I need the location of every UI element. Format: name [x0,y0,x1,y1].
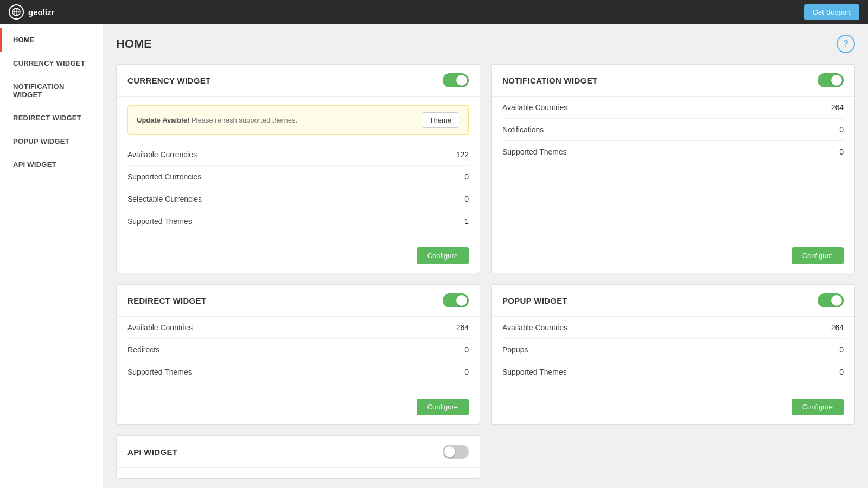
theme-button[interactable]: Theme [422,112,459,128]
stat-row: Notifications 0 [502,119,844,141]
stat-label: Notifications [502,125,544,134]
currency-widget-footer: Configure [117,241,480,273]
currency-widget-alert: Update Avaible! Please refresh supported… [127,105,469,135]
stat-label: Supported Themes [127,217,192,226]
stat-label: Available Countries [502,103,567,112]
sidebar-item-currency-widget[interactable]: CURRENCY WIDGET [0,52,103,75]
stat-label: Available Countries [502,323,567,332]
logo-text: geolizr [28,8,54,17]
sidebar: HOME CURRENCY WIDGET NOTIFICATION WIDGET… [0,24,103,488]
sidebar-item-redirect-widget[interactable]: REDIRECT WIDGET [0,106,103,130]
layout: HOME CURRENCY WIDGET NOTIFICATION WIDGET… [0,24,868,488]
page-title: HOME [116,37,152,51]
currency-widget-toggle[interactable] [443,73,469,87]
stat-row: Available Countries 264 [502,97,844,119]
stat-label: Supported Themes [502,368,567,376]
currency-widget-header: CURRENCY WIDGET [117,65,480,97]
api-widget-toggle[interactable] [443,445,469,459]
notification-widget-toggle-slider [818,73,844,87]
stat-value: 264 [831,103,844,112]
logo-icon [9,4,24,20]
stat-row: Supported Themes 0 [502,141,844,163]
stat-row: Supported Currencies 0 [127,166,469,188]
stat-row: Redirects 0 [127,339,469,361]
api-widget-toggle-slider [443,445,469,459]
notification-configure-button[interactable]: Configure [792,247,844,264]
stat-label: Available Countries [127,323,193,332]
popup-widget-title: POPUP WIDGET [502,296,567,305]
popup-widget-body: Available Countries 264 Popups 0 Support… [492,317,854,392]
stat-row: Selectable Currencies 0 [127,188,469,210]
stat-value: 0 [839,345,844,354]
currency-widget-card: CURRENCY WIDGET Update Avaible! Please r… [116,64,480,273]
notification-widget-body: Available Countries 264 Notifications 0 … [492,97,854,241]
currency-widget-toggle-slider [443,73,469,87]
currency-configure-button[interactable]: Configure [417,247,469,264]
alert-bold: Update Avaible! [137,116,189,124]
page-header: HOME ? [116,35,855,53]
redirect-widget-body: Available Countries 264 Redirects 0 Supp… [117,317,480,392]
stat-row: Supported Themes 0 [127,361,469,383]
stat-row: Popups 0 [502,339,844,361]
stat-label: Supported Currencies [127,172,201,181]
popup-widget-footer: Configure [492,392,854,424]
stat-value: 0 [839,125,844,134]
stat-value: 0 [464,195,469,203]
currency-widget-body: Update Avaible! Please refresh supported… [117,97,480,241]
alert-text: Update Avaible! Please refresh supported… [137,116,297,124]
stat-label: Redirects [127,345,159,354]
stat-row: Supported Themes 0 [502,361,844,383]
stat-value: 0 [839,368,844,376]
stat-value: 122 [456,150,469,159]
stat-value: 1 [464,217,469,226]
popup-widget-toggle-slider [818,293,844,307]
stat-value: 0 [464,172,469,181]
notification-widget-footer: Configure [492,241,854,273]
api-widget-card: API WIDGET [116,435,480,479]
stat-value: 0 [464,345,469,354]
stat-label: Supported Themes [127,368,192,376]
notification-widget-title: NOTIFICATION WIDGET [502,76,597,85]
stat-label: Available Currencies [127,150,197,159]
redirect-widget-header: REDIRECT WIDGET [117,285,480,317]
get-support-button[interactable]: Get Support [804,4,859,20]
redirect-widget-title: REDIRECT WIDGET [127,296,206,305]
redirect-widget-footer: Configure [117,392,480,424]
stat-value: 264 [456,323,469,332]
popup-widget-header: POPUP WIDGET [492,285,854,317]
sidebar-item-notification-widget[interactable]: NOTIFICATION WIDGET [0,75,103,106]
notification-widget-toggle[interactable] [818,73,844,87]
stat-row: Supported Themes 1 [127,210,469,232]
notification-widget-header: NOTIFICATION WIDGET [492,65,854,97]
notification-widget-card: NOTIFICATION WIDGET Available Countries … [491,64,855,273]
stat-row: Available Currencies 122 [127,144,469,166]
stat-value: 0 [839,147,844,156]
stat-label: Popups [502,345,528,354]
stat-row: Available Countries 264 [502,317,844,339]
sidebar-item-popup-widget[interactable]: POPUP WIDGET [0,130,103,153]
logo: geolizr [9,4,54,20]
api-widget-title: API WIDGET [127,447,177,457]
widget-grid: CURRENCY WIDGET Update Avaible! Please r… [116,64,855,479]
stat-label: Selectable Currencies [127,195,202,203]
popup-widget-card: POPUP WIDGET Available Countries 264 Pop… [491,284,855,425]
popup-configure-button[interactable]: Configure [792,399,844,415]
alert-normal: Please refresh supported themes. [192,116,297,124]
api-widget-header: API WIDGET [117,436,480,468]
stat-value: 0 [464,368,469,376]
redirect-configure-button[interactable]: Configure [417,399,469,415]
popup-widget-toggle[interactable] [818,293,844,307]
stat-label: Supported Themes [502,147,567,156]
sidebar-item-home[interactable]: HOME [0,28,103,52]
main-content: HOME ? CURRENCY WIDGET Update Avaible! [103,24,868,488]
redirect-widget-toggle[interactable] [443,293,469,307]
currency-widget-title: CURRENCY WIDGET [127,76,210,85]
sidebar-item-api-widget[interactable]: API WIDGET [0,153,103,176]
help-icon[interactable]: ? [837,35,855,53]
redirect-widget-toggle-slider [443,293,469,307]
redirect-widget-card: REDIRECT WIDGET Available Countries 264 … [116,284,480,425]
topbar: geolizr Get Support [0,0,868,24]
stat-value: 264 [831,323,844,332]
stat-row: Available Countries 264 [127,317,469,339]
